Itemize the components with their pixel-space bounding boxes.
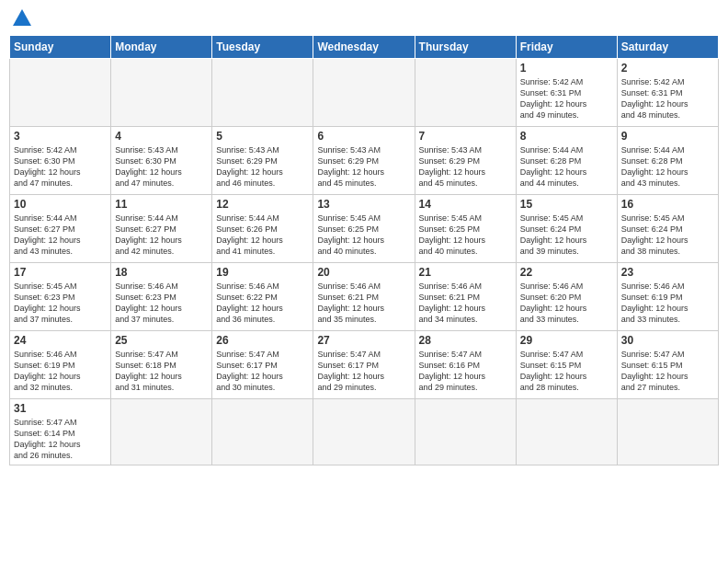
day-number: 19 — [216, 266, 309, 279]
calendar-cell: 29Sunrise: 5:47 AM Sunset: 6:15 PM Dayli… — [516, 331, 617, 399]
calendar-cell: 24Sunrise: 5:46 AM Sunset: 6:19 PM Dayli… — [10, 331, 111, 399]
day-info: Sunrise: 5:44 AM Sunset: 6:28 PM Dayligh… — [621, 144, 714, 190]
day-number: 7 — [419, 130, 512, 143]
calendar-cell — [212, 59, 313, 127]
day-info: Sunrise: 5:46 AM Sunset: 6:19 PM Dayligh… — [621, 281, 714, 326]
calendar-cell — [111, 399, 212, 465]
day-number: 10 — [14, 198, 107, 211]
calendar-cell: 30Sunrise: 5:47 AM Sunset: 6:15 PM Dayli… — [617, 331, 718, 399]
day-info: Sunrise: 5:43 AM Sunset: 6:29 PM Dayligh… — [317, 144, 410, 190]
calendar-cell: 17Sunrise: 5:45 AM Sunset: 6:23 PM Dayli… — [10, 263, 111, 331]
col-header-tuesday: Tuesday — [212, 36, 313, 59]
calendar-table: SundayMondayTuesdayWednesdayThursdayFrid… — [9, 35, 719, 465]
day-number: 4 — [115, 130, 208, 143]
day-number: 9 — [621, 130, 714, 143]
day-number: 14 — [419, 198, 512, 211]
day-number: 25 — [115, 334, 208, 347]
day-info: Sunrise: 5:45 AM Sunset: 6:24 PM Dayligh… — [520, 213, 613, 258]
day-info: Sunrise: 5:45 AM Sunset: 6:25 PM Dayligh… — [419, 213, 512, 258]
calendar-cell: 11Sunrise: 5:44 AM Sunset: 6:27 PM Dayli… — [111, 195, 212, 263]
calendar-cell: 14Sunrise: 5:45 AM Sunset: 6:25 PM Dayli… — [415, 195, 516, 263]
day-info: Sunrise: 5:46 AM Sunset: 6:22 PM Dayligh… — [216, 281, 309, 326]
day-number: 21 — [419, 266, 512, 279]
page-header — [9, 9, 719, 28]
day-info: Sunrise: 5:43 AM Sunset: 6:29 PM Dayligh… — [419, 144, 512, 190]
logo — [9, 9, 31, 28]
day-number: 13 — [317, 198, 410, 211]
col-header-thursday: Thursday — [415, 36, 516, 59]
col-header-monday: Monday — [111, 36, 212, 59]
day-info: Sunrise: 5:45 AM Sunset: 6:25 PM Dayligh… — [317, 213, 410, 258]
day-info: Sunrise: 5:47 AM Sunset: 6:17 PM Dayligh… — [216, 349, 309, 394]
day-number: 31 — [14, 402, 107, 415]
calendar-cell: 15Sunrise: 5:45 AM Sunset: 6:24 PM Dayli… — [516, 195, 617, 263]
day-number: 17 — [14, 266, 107, 279]
calendar-cell — [617, 399, 718, 465]
day-info: Sunrise: 5:47 AM Sunset: 6:18 PM Dayligh… — [115, 349, 208, 394]
day-info: Sunrise: 5:44 AM Sunset: 6:26 PM Dayligh… — [216, 213, 309, 258]
calendar-cell — [415, 59, 516, 127]
day-number: 24 — [14, 334, 107, 347]
day-info: Sunrise: 5:42 AM Sunset: 6:31 PM Dayligh… — [621, 76, 714, 121]
calendar-cell: 3Sunrise: 5:42 AM Sunset: 6:30 PM Daylig… — [10, 127, 111, 195]
calendar-cell: 8Sunrise: 5:44 AM Sunset: 6:28 PM Daylig… — [516, 127, 617, 195]
day-info: Sunrise: 5:47 AM Sunset: 6:16 PM Dayligh… — [419, 349, 512, 394]
day-info: Sunrise: 5:42 AM Sunset: 6:30 PM Dayligh… — [14, 144, 107, 190]
day-number: 11 — [115, 198, 208, 211]
col-header-friday: Friday — [516, 36, 617, 59]
calendar-cell: 5Sunrise: 5:43 AM Sunset: 6:29 PM Daylig… — [212, 127, 313, 195]
logo-triangle-icon — [13, 9, 31, 26]
calendar-cell — [111, 59, 212, 127]
calendar-cell — [313, 59, 415, 127]
calendar-cell: 28Sunrise: 5:47 AM Sunset: 6:16 PM Dayli… — [415, 331, 516, 399]
calendar-cell: 26Sunrise: 5:47 AM Sunset: 6:17 PM Dayli… — [212, 331, 313, 399]
day-number: 1 — [520, 62, 613, 75]
calendar-cell: 19Sunrise: 5:46 AM Sunset: 6:22 PM Dayli… — [212, 263, 313, 331]
day-number: 22 — [520, 266, 613, 279]
calendar-cell: 4Sunrise: 5:43 AM Sunset: 6:30 PM Daylig… — [111, 127, 212, 195]
calendar-cell: 2Sunrise: 5:42 AM Sunset: 6:31 PM Daylig… — [617, 59, 718, 127]
day-number: 30 — [621, 334, 714, 347]
calendar-cell: 6Sunrise: 5:43 AM Sunset: 6:29 PM Daylig… — [313, 127, 415, 195]
day-number: 6 — [317, 130, 410, 143]
calendar-cell: 27Sunrise: 5:47 AM Sunset: 6:17 PM Dayli… — [313, 331, 415, 399]
day-number: 5 — [216, 130, 309, 143]
calendar-cell — [516, 399, 617, 465]
calendar-cell — [10, 59, 111, 127]
day-info: Sunrise: 5:45 AM Sunset: 6:23 PM Dayligh… — [14, 281, 107, 326]
day-number: 26 — [216, 334, 309, 347]
calendar-cell: 16Sunrise: 5:45 AM Sunset: 6:24 PM Dayli… — [617, 195, 718, 263]
day-info: Sunrise: 5:42 AM Sunset: 6:31 PM Dayligh… — [520, 76, 613, 121]
calendar-cell: 31Sunrise: 5:47 AM Sunset: 6:14 PM Dayli… — [10, 399, 111, 465]
calendar-cell — [313, 399, 415, 465]
day-info: Sunrise: 5:44 AM Sunset: 6:28 PM Dayligh… — [520, 144, 613, 190]
day-info: Sunrise: 5:46 AM Sunset: 6:21 PM Dayligh… — [419, 281, 512, 326]
calendar-cell: 7Sunrise: 5:43 AM Sunset: 6:29 PM Daylig… — [415, 127, 516, 195]
calendar-cell: 23Sunrise: 5:46 AM Sunset: 6:19 PM Dayli… — [617, 263, 718, 331]
day-number: 28 — [419, 334, 512, 347]
day-number: 3 — [14, 130, 107, 143]
day-info: Sunrise: 5:47 AM Sunset: 6:14 PM Dayligh… — [14, 417, 107, 462]
day-number: 27 — [317, 334, 410, 347]
calendar-cell: 25Sunrise: 5:47 AM Sunset: 6:18 PM Dayli… — [111, 331, 212, 399]
calendar-cell — [212, 399, 313, 465]
day-number: 16 — [621, 198, 714, 211]
calendar-cell: 1Sunrise: 5:42 AM Sunset: 6:31 PM Daylig… — [516, 59, 617, 127]
calendar-cell: 18Sunrise: 5:46 AM Sunset: 6:23 PM Dayli… — [111, 263, 212, 331]
day-number: 20 — [317, 266, 410, 279]
calendar-cell: 9Sunrise: 5:44 AM Sunset: 6:28 PM Daylig… — [617, 127, 718, 195]
calendar-cell — [415, 399, 516, 465]
col-header-saturday: Saturday — [617, 36, 718, 59]
day-info: Sunrise: 5:47 AM Sunset: 6:17 PM Dayligh… — [317, 349, 410, 394]
day-info: Sunrise: 5:46 AM Sunset: 6:19 PM Dayligh… — [14, 349, 107, 394]
calendar-cell: 13Sunrise: 5:45 AM Sunset: 6:25 PM Dayli… — [313, 195, 415, 263]
col-header-wednesday: Wednesday — [313, 36, 415, 59]
day-number: 12 — [216, 198, 309, 211]
calendar-cell: 22Sunrise: 5:46 AM Sunset: 6:20 PM Dayli… — [516, 263, 617, 331]
calendar-cell: 12Sunrise: 5:44 AM Sunset: 6:26 PM Dayli… — [212, 195, 313, 263]
day-number: 18 — [115, 266, 208, 279]
day-info: Sunrise: 5:47 AM Sunset: 6:15 PM Dayligh… — [520, 349, 613, 394]
day-info: Sunrise: 5:44 AM Sunset: 6:27 PM Dayligh… — [14, 213, 107, 258]
day-info: Sunrise: 5:46 AM Sunset: 6:23 PM Dayligh… — [115, 281, 208, 326]
day-number: 29 — [520, 334, 613, 347]
